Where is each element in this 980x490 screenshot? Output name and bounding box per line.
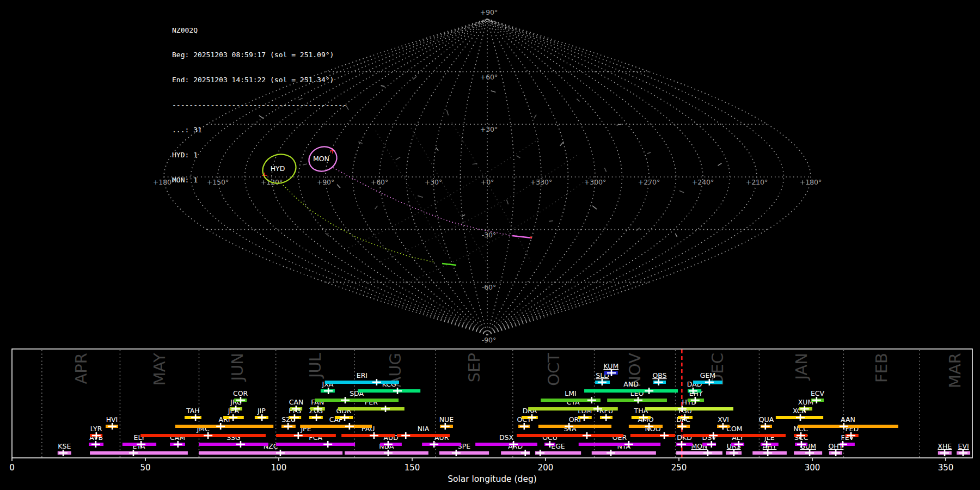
month-label-jun: JUN xyxy=(228,353,247,382)
begin-time: Beg: 20251203 08:59:17 (sol = 251.09°) xyxy=(172,51,347,59)
sporadic-meteor xyxy=(675,234,677,237)
sporadic-meteor xyxy=(592,206,597,209)
x-tick-label: 200 xyxy=(538,463,554,473)
sporadic-meteor xyxy=(413,76,416,79)
shower-bar-hyd xyxy=(645,407,733,411)
shower-label-dsx: DSX xyxy=(499,433,514,442)
sporadic-meteor xyxy=(396,157,400,160)
map-lon-label: +300° xyxy=(584,178,607,186)
shower-bar-spe xyxy=(439,451,489,455)
map-meridian xyxy=(379,19,487,335)
sporadic-meteor xyxy=(358,142,362,144)
secondary-grid-arc xyxy=(452,122,531,261)
x-tick-label: 300 xyxy=(805,463,820,473)
map-lat-label: +60° xyxy=(480,73,498,81)
shower-bar-sda xyxy=(315,399,399,402)
map-lat-label: +30° xyxy=(480,125,498,133)
map-lon-label: +240° xyxy=(692,178,714,186)
map-lon-label: +0° xyxy=(481,178,494,186)
map-lon-label: +330° xyxy=(530,178,553,186)
station-id: NZ002Q xyxy=(172,26,347,34)
map-meridian xyxy=(487,19,784,335)
x-tick-label: 50 xyxy=(140,463,150,473)
secondary-grid-arc xyxy=(411,128,490,270)
sporadic-meteor xyxy=(560,142,564,145)
x-axis-title: Solar longitude (deg) xyxy=(448,474,537,484)
shower-bar-per xyxy=(338,407,405,411)
shower-bar-nta xyxy=(592,451,656,455)
shower-label-hvi: HVI xyxy=(106,415,118,424)
sporadic-meteor xyxy=(326,233,329,236)
sporadic-meteor xyxy=(718,163,722,166)
shower-label-nia: NIA xyxy=(418,425,430,433)
shower-label-qua: QUA xyxy=(759,415,774,424)
sporadic-meteor xyxy=(491,91,496,93)
shower-bar-jpe xyxy=(276,434,336,437)
shower-label-lyr: LYR xyxy=(90,425,102,433)
sporadic-meteor xyxy=(604,168,606,171)
map-lat-label: +90° xyxy=(480,8,498,16)
month-label-oct: OCT xyxy=(544,353,563,386)
shower-label-xum: XUM xyxy=(798,398,814,406)
map-meridian xyxy=(487,19,676,335)
sporadic-meteor xyxy=(436,148,438,151)
shower-bar-nzc xyxy=(199,451,342,455)
map-lat-label: -60° xyxy=(482,283,497,291)
shower-label-and: AND xyxy=(623,380,639,388)
sporadic-meteor xyxy=(418,195,423,197)
shower-bar-jmc xyxy=(140,434,266,437)
meteor-tip xyxy=(530,236,532,238)
x-tick-label: 250 xyxy=(671,463,687,473)
shower-bar-and xyxy=(584,389,678,393)
separator-line: ----------------------------------------… xyxy=(172,101,347,109)
x-tick-label: 350 xyxy=(938,463,954,473)
map-lat-label: -90° xyxy=(482,336,497,344)
meteor-track-mon xyxy=(512,236,532,238)
shower-bar-cta xyxy=(528,407,618,411)
secondary-grid-arc xyxy=(381,155,577,261)
shower-bar-sta xyxy=(517,434,623,437)
meteor-track-hyd xyxy=(442,264,456,265)
activity-chart: APRMAYJUNJULAUGSEPOCTNOVDECJANFEBMAR0501… xyxy=(9,349,972,484)
shower-bar-oer xyxy=(579,443,660,446)
map-meridian xyxy=(487,19,622,335)
sporadic-meteor xyxy=(647,152,651,154)
sporadic-meteor xyxy=(517,156,520,158)
shower-bar-eri xyxy=(325,381,399,384)
shower-bar-dsx xyxy=(475,443,537,446)
meteor-report-screen: +180°+150°+120°+90°+60°+30°+0°+330°+300°… xyxy=(0,0,980,490)
sporadic-meteor xyxy=(446,110,448,115)
month-label-jul: JUL xyxy=(306,353,324,379)
x-tick-label: 100 xyxy=(271,463,287,473)
shower-label-ecv: ECV xyxy=(811,389,825,397)
shower-bar-pca xyxy=(276,443,355,446)
month-label-may: MAY xyxy=(150,353,169,386)
map-lon-label: +270° xyxy=(638,178,660,186)
sporadic-meteor xyxy=(577,99,579,102)
map-lon-label: +60° xyxy=(371,178,389,186)
shower-bar-eta xyxy=(90,451,188,455)
month-label-sep: SEP xyxy=(465,353,483,382)
sporadic-count: ...: 31 xyxy=(172,126,347,134)
hyd-count: HYD: 1 xyxy=(172,151,347,159)
map-lon-label: +180° xyxy=(800,178,822,186)
month-label-jan: JAN xyxy=(792,353,811,381)
end-time: End: 20251203 14:51:22 (sol = 251.34°) xyxy=(172,76,347,84)
shower-bar-cap xyxy=(300,425,372,428)
shower-label-tah: TAH xyxy=(186,407,200,415)
sporadic-meteor xyxy=(534,115,536,119)
observation-header: NZ002Q Beg: 20251203 08:59:17 (sol = 251… xyxy=(172,9,347,201)
shower-bar-ori xyxy=(538,425,611,428)
shower-label-aan: AAN xyxy=(841,415,855,424)
month-label-apr: APR xyxy=(72,353,90,384)
shower-label-kse: KSE xyxy=(58,442,71,450)
shower-label-kum: KUM xyxy=(603,362,618,370)
shower-bar-aur xyxy=(422,443,461,446)
shower-label-xvi: XVI xyxy=(718,415,729,424)
shower-bar-mon xyxy=(676,451,722,455)
shower-label-can: CAN xyxy=(289,398,304,406)
shower-bar-pau xyxy=(341,434,395,437)
mon-count: MON: 1 xyxy=(172,176,347,184)
sporadic-meteor xyxy=(381,85,385,86)
plot-canvas: +180°+150°+120°+90°+60°+30°+0°+330°+300°… xyxy=(0,0,980,490)
